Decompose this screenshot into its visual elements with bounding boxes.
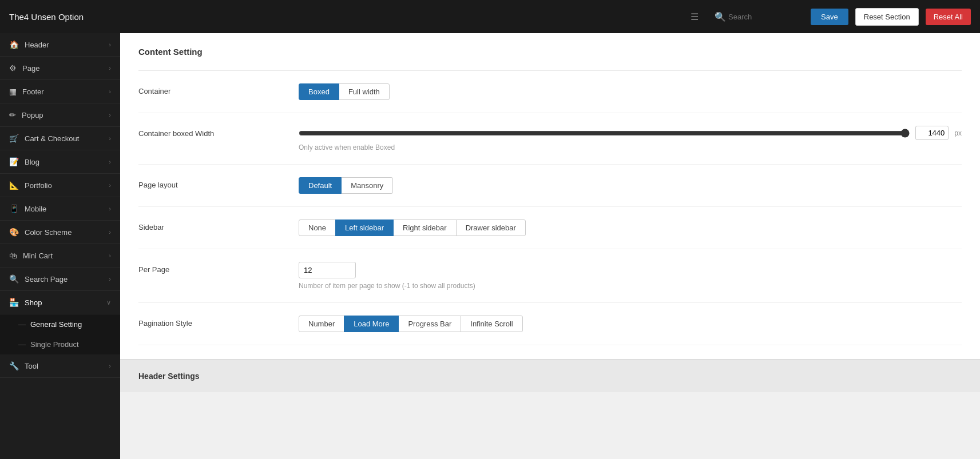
container-btn-group: Boxed Full width [299,83,962,100]
home-icon: 🏠 [9,40,19,49]
color-icon: 🎨 [9,227,19,237]
sidebar-right-btn[interactable]: Right sidebar [393,219,457,236]
sidebar-item-blog[interactable]: 📝 Blog › [0,150,120,174]
dash-icon: — [18,320,26,329]
sidebar-item-general-setting[interactable]: — General Setting [0,314,120,334]
chevron-right-icon: › [109,205,111,212]
save-button[interactable]: Save [811,9,848,25]
sidebar-item-search-page[interactable]: 🔍 Search Page › [0,268,120,291]
container-width-row: Container boxed Width px Only active whe… [138,113,962,165]
main-layout: 🏠 Header › ⚙ Page › ▦ Footer › ✏ Popup ›… [0,33,980,459]
sidebar: 🏠 Header › ⚙ Page › ▦ Footer › ✏ Popup ›… [0,33,120,459]
chevron-right-icon: › [109,158,111,165]
sidebar-item-single-product[interactable]: — Single Product [0,334,120,354]
page-layout-label: Page layout [138,177,299,189]
sidebar-item-cart-checkout[interactable]: 🛒 Cart & Checkout › [0,127,120,150]
pagination-number-btn[interactable]: Number [299,316,344,332]
content-section-title: Content Setting [138,47,962,57]
mini-cart-icon: 🛍 [9,251,17,260]
main-content: Content Setting Container Boxed Full wid… [120,33,980,459]
sidebar-setting-label: Sidebar [138,219,299,232]
reset-section-button[interactable]: Reset Section [855,8,919,26]
sidebar-item-label: Header [25,41,49,49]
container-width-value-input[interactable] [915,126,949,140]
container-width-slider[interactable] [299,129,910,138]
chevron-right-icon: › [109,229,111,236]
sidebar-item-label: Portfolio [25,181,52,190]
sidebar-sub-item-label: Single Product [30,340,79,349]
sidebar-item-popup[interactable]: ✏ Popup › [0,103,120,127]
chevron-right-icon: › [109,252,111,259]
per-page-row: Per Page Number of item per page to show… [138,249,962,303]
sidebar-sub-item-label: General Setting [30,320,82,329]
chevron-down-icon: ∨ [106,299,111,306]
search-input[interactable] [728,13,797,21]
layout-default-btn[interactable]: Default [299,177,342,194]
list-icon[interactable]: ☰ [691,11,699,22]
dash-icon: — [18,340,26,349]
pagination-style-row: Pagination Style Number Load More Progre… [138,303,962,345]
chevron-right-icon: › [109,111,111,118]
sidebar-item-header[interactable]: 🏠 Header › [0,33,120,57]
container-boxed-btn[interactable]: Boxed [299,83,339,100]
pagination-load-more-btn[interactable]: Load More [344,316,399,332]
pagination-style-label: Pagination Style [138,316,299,328]
sidebar-none-btn[interactable]: None [299,219,336,236]
sidebar-item-tool[interactable]: 🔧 Tool › [0,354,120,378]
footer-icon: ▦ [9,87,17,96]
sidebar-item-label: Tool [25,362,38,370]
chevron-right-icon: › [109,41,111,48]
container-label: Container [138,83,299,95]
pagination-progress-bar-btn[interactable]: Progress Bar [398,316,461,332]
mobile-icon: 📱 [9,204,19,213]
container-control: Boxed Full width [299,83,962,100]
sidebar-btn-group: None Left sidebar Right sidebar Drawer s… [299,219,962,236]
sidebar-item-portfolio[interactable]: 📐 Portfolio › [0,174,120,197]
slider-unit: px [954,129,962,137]
sidebar-item-label: Page [22,64,39,73]
pagination-infinite-scroll-btn[interactable]: Infinite Scroll [461,316,522,332]
chevron-right-icon: › [109,362,111,369]
sidebar-item-color-scheme[interactable]: 🎨 Color Scheme › [0,221,120,244]
chevron-right-icon: › [109,88,111,95]
sidebar-drawer-btn[interactable]: Drawer sidebar [456,219,526,236]
page-layout-control: Default Mansonry [299,177,962,194]
pagination-btn-group: Number Load More Progress Bar Infinite S… [299,316,962,332]
blog-icon: 📝 [9,157,19,166]
container-fullwidth-btn[interactable]: Full width [339,83,390,100]
sidebar-left-btn[interactable]: Left sidebar [335,219,394,236]
header-settings-title: Header Settings [138,372,962,381]
sidebar-item-mini-cart[interactable]: 🛍 Mini Cart › [0,244,120,268]
sidebar-item-label: Popup [22,111,43,119]
sidebar-setting-control: None Left sidebar Right sidebar Drawer s… [299,219,962,236]
gear-icon: ⚙ [9,63,17,73]
sidebar-item-label: Mini Cart [23,252,53,260]
app-title: The4 Unsen Option [9,12,684,22]
per-page-input[interactable] [299,262,356,278]
search-icon: 🔍 [715,11,726,22]
sidebar-item-label: Search Page [25,275,68,284]
chevron-right-icon: › [109,182,111,189]
sidebar-item-label: Mobile [25,205,46,213]
page-layout-row: Page layout Default Mansonry [138,165,962,207]
sidebar-item-page[interactable]: ⚙ Page › [0,57,120,80]
container-setting-row: Container Boxed Full width [138,71,962,113]
container-width-hint: Only active when enable Boxed [299,143,962,151]
sidebar-item-shop[interactable]: 🏪 Shop ∨ [0,291,120,314]
sidebar-setting-row: Sidebar None Left sidebar Right sidebar … [138,207,962,249]
shop-icon: 🏪 [9,298,19,307]
header-settings-panel: Header Settings [120,359,980,392]
reset-all-button[interactable]: Reset All [926,9,971,25]
search-page-icon: 🔍 [9,274,19,284]
per-page-hint: Number of item per page to show (-1 to s… [299,282,962,290]
portfolio-icon: 📐 [9,181,19,190]
cart-icon: 🛒 [9,134,19,143]
layout-masonry-btn[interactable]: Mansonry [341,177,393,194]
sidebar-item-mobile[interactable]: 📱 Mobile › [0,197,120,221]
sidebar-item-label: Color Scheme [25,228,72,237]
sidebar-item-footer[interactable]: ▦ Footer › [0,80,120,103]
sidebar-item-label: Blog [25,158,39,166]
tool-icon: 🔧 [9,361,19,370]
shop-submenu: — General Setting — Single Product [0,314,120,354]
sidebar-item-label: Footer [22,87,44,96]
